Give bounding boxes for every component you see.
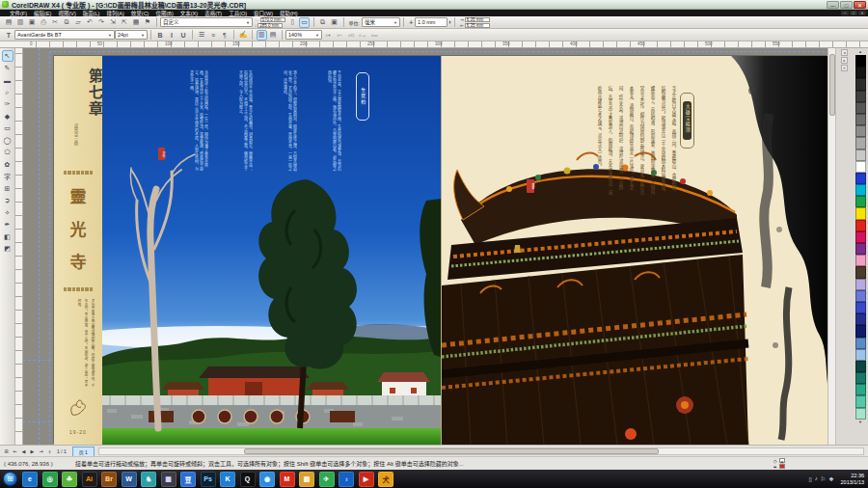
nav-button-1[interactable]: ⊞ [2, 447, 11, 455]
color-swatch[interactable] [855, 67, 866, 78]
color-swatch[interactable] [855, 338, 866, 349]
smart-fill-tool[interactable]: ◆ [2, 111, 14, 122]
font-select[interactable]: AvantGarde Bk BT▼ [14, 30, 115, 40]
pick-tool[interactable]: ↖ [2, 50, 14, 62]
horizontal-scrollbar[interactable] [98, 447, 864, 455]
dropcap-button[interactable]: ¶ [220, 30, 231, 41]
color-swatch[interactable] [855, 114, 866, 125]
export-button[interactable]: ⇱ [120, 17, 130, 28]
edit-text-button[interactable]: ✍ [238, 30, 249, 41]
maximize-button[interactable]: □ [840, 1, 853, 9]
color-swatch[interactable] [855, 290, 866, 302]
palette-scroll-down[interactable]: ▼ [855, 420, 866, 425]
taskbar-app-browser[interactable]: ◉ [259, 472, 275, 487]
taskbar-app-plane[interactable]: ✈ [319, 472, 335, 487]
table-tool[interactable]: ⊞ [2, 183, 14, 195]
vertical-scrollbar[interactable] [827, 48, 835, 445]
font-size-select[interactable]: 24pt▼ [115, 30, 148, 40]
nav-button-5[interactable]: ⇥ [37, 447, 45, 455]
tray-icon-2[interactable]: ♪ [815, 475, 818, 482]
color-swatch[interactable] [855, 102, 866, 114]
landscape-button[interactable]: ▭ [299, 17, 310, 28]
color-swatch[interactable] [855, 149, 866, 161]
horizontal-ruler[interactable]: 050100150200250300350400450500550 [0, 41, 868, 48]
text-tool[interactable]: 字 [2, 171, 14, 182]
taskbar-app-bridge[interactable]: Br [101, 472, 117, 487]
i-button[interactable]: I [167, 30, 177, 41]
color-swatch[interactable] [855, 302, 866, 313]
color-swatch[interactable] [855, 279, 866, 290]
paper-type-select[interactable]: 自定义▼ [160, 17, 253, 27]
b-button[interactable]: B [155, 30, 166, 41]
current-page-button[interactable]: ▣ [329, 17, 339, 28]
taskbar-app-manager[interactable]: ▦ [161, 472, 176, 487]
cut-button[interactable]: ✂ [50, 17, 61, 28]
color-swatch[interactable] [855, 125, 866, 137]
color-swatch[interactable] [855, 384, 866, 395]
color-swatch[interactable] [855, 255, 866, 266]
fill-tool[interactable]: ◧ [2, 231, 14, 243]
doc-minimize-button[interactable]: － [841, 11, 849, 15]
taskbar-app-qq[interactable]: Q [240, 472, 256, 487]
undo-button[interactable]: ↶ [85, 17, 95, 28]
taskbar-clock[interactable]: 22:36 2013/1/13 [837, 473, 864, 485]
paper-size-fields[interactable]: ↔570.0 mm ↕285.0 mm [255, 17, 285, 28]
blend-tool[interactable]: ➲ [2, 195, 14, 206]
left-page[interactable]: 寺前草坪上有古柏两株，一生一死，相传为潘了拳亲手所植。生者高达三十余米，枝繁叶茂… [54, 56, 441, 445]
color-swatch[interactable] [855, 266, 866, 278]
units-select[interactable]: 毫米▼ [362, 17, 400, 27]
freehand-tool[interactable]: ✑ [2, 98, 14, 110]
color-swatch[interactable] [855, 137, 866, 149]
zoom-tool-button-3[interactable]: ⌕□ [346, 30, 357, 41]
color-swatch[interactable] [855, 325, 866, 337]
welcome-button[interactable]: ⚑ [143, 17, 153, 28]
all-pages-button[interactable]: ⧉ [317, 17, 328, 28]
color-swatch[interactable] [855, 196, 866, 207]
docker-expand-button[interactable]: ▸ [841, 57, 848, 64]
drawing-canvas[interactable]: 寺前草坪上有古柏两株，一生一死，相传为潘了拳亲手所植。生者高达三十余米，枝繁叶茂… [23, 48, 827, 445]
document-spread[interactable]: 寺前草坪上有古柏两株，一生一死，相传为潘了拳亲手所植。生者高达三十余米，枝繁叶茂… [53, 55, 827, 444]
zoom-tool-button-2[interactable]: ⌕− [335, 30, 345, 41]
taskbar-app-douban[interactable]: 豆 [180, 472, 196, 487]
tray-icon-3[interactable]: ⚐ [821, 475, 826, 482]
page-tab[interactable]: 页 1 [72, 447, 95, 456]
docker-close-button[interactable]: ✕ [841, 65, 848, 71]
shape-tool[interactable]: ✎ [2, 63, 14, 74]
tray-icon-4[interactable]: ❖ [828, 475, 833, 482]
taskbar-app-sogou[interactable]: 犬 [378, 472, 393, 487]
taskbar-app-illustrator[interactable]: Ai [82, 472, 97, 487]
color-swatch[interactable] [855, 220, 866, 231]
color-swatch[interactable] [855, 408, 866, 420]
import-button[interactable]: ⇲ [108, 17, 119, 28]
new-button[interactable]: ▤ [4, 17, 14, 28]
nav-button-6[interactable]: ＋ [45, 447, 54, 455]
duplicate-distance-fields[interactable]: ⇥6.35 mm ⇤6.35 mm [460, 17, 490, 28]
color-swatch[interactable] [855, 243, 866, 255]
app-launcher-button[interactable]: ▦ [131, 17, 142, 28]
portrait-button[interactable]: ▯ [287, 17, 298, 28]
nav-button-2[interactable]: ⇤ [11, 447, 19, 455]
color-swatch[interactable] [855, 313, 866, 325]
bullet-button[interactable]: ≡ [208, 30, 219, 41]
zoom-tool-button-4[interactable]: ⌕↔ [358, 30, 368, 41]
color-swatch[interactable] [855, 78, 866, 90]
taskbar-app-media[interactable]: ◎ [42, 472, 58, 487]
horizontal-scrollbar-thumb[interactable] [244, 448, 659, 454]
print-button[interactable]: ⎙ [39, 17, 49, 28]
taskbar-app-folder[interactable]: ▤ [299, 472, 314, 487]
open-button[interactable]: ▥ [15, 17, 26, 28]
color-swatch[interactable] [855, 207, 866, 219]
taskbar-app-globe[interactable]: ♁ [339, 472, 354, 487]
color-swatch[interactable] [855, 173, 866, 184]
nav-button-4[interactable]: ▶ [28, 447, 37, 455]
start-button[interactable]: ⊞ [3, 472, 17, 486]
docker-collapse-button[interactable]: ◂ [841, 49, 848, 56]
taskbar-app-player[interactable]: ▶ [359, 472, 374, 487]
color-swatch[interactable] [855, 184, 866, 196]
basic-shapes-tool[interactable]: ✿ [2, 159, 14, 171]
taskbar-app-foxmail[interactable]: M [280, 472, 295, 487]
doc-close-button[interactable]: ✕ [858, 11, 866, 15]
eyedropper-tool[interactable]: ✧ [2, 207, 14, 219]
color-swatch[interactable] [855, 231, 866, 243]
color-swatch[interactable] [855, 395, 866, 407]
